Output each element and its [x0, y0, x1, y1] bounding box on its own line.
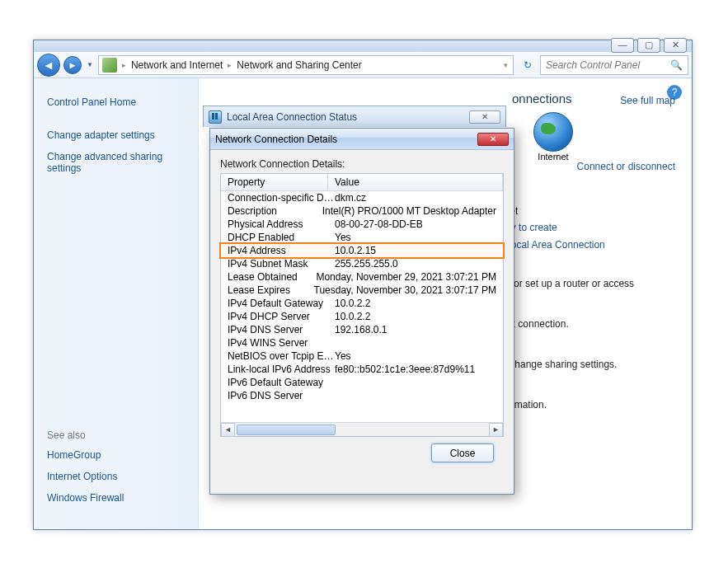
refresh-button[interactable]: ↻ — [519, 56, 537, 74]
breadcrumb-item[interactable]: Network and Internet — [128, 59, 226, 71]
maximize-button[interactable] — [637, 38, 660, 53]
property-name: IPv4 WINS Server — [228, 337, 335, 349]
search-input[interactable] — [546, 59, 670, 71]
change-adapter-link[interactable]: Change adapter settings — [47, 124, 198, 146]
property-row[interactable]: IPv6 Default Gateway — [221, 376, 503, 389]
property-row[interactable]: IPv4 Subnet Mask255.255.255.0 — [221, 257, 503, 270]
internet-options-link[interactable]: Internet Options — [47, 466, 198, 487]
property-row[interactable]: Connection-specific DN...dkm.cz — [221, 191, 503, 204]
details-dialog: Network Connection Details ✕ Network Con… — [209, 128, 514, 495]
property-row[interactable]: DHCP EnabledYes — [221, 231, 503, 244]
horizontal-scrollbar[interactable]: ◄ ► — [221, 422, 503, 436]
property-row[interactable]: IPv6 DNS Server — [221, 389, 503, 402]
property-value: Yes — [335, 350, 496, 362]
homegroup-link[interactable]: HomeGroup — [47, 444, 198, 466]
property-row[interactable]: IPv4 WINS Server — [221, 336, 503, 350]
property-name: IPv4 DNS Server — [228, 324, 335, 335]
search-icon[interactable]: 🔍 — [670, 59, 683, 71]
close-window-button[interactable] — [664, 38, 687, 53]
property-name: DHCP Enabled — [228, 232, 335, 243]
property-value: 10.0.2.2 — [335, 311, 496, 322]
scroll-track[interactable] — [235, 423, 489, 436]
nav-history-dropdown[interactable]: ▼ — [85, 61, 95, 68]
chevron-right-icon: ▸ — [226, 61, 233, 69]
property-name: IPv6 Default Gateway — [228, 377, 335, 388]
property-name: Connection-specific DN... — [228, 192, 335, 204]
property-grid-header: Property Value — [221, 174, 503, 191]
forward-button[interactable]: ► — [63, 56, 82, 74]
property-value: fe80::b502:1c1e:3eee:87d9%11 — [335, 364, 496, 375]
property-row[interactable]: IPv4 DHCP Server10.0.2.2 — [221, 310, 503, 323]
control-panel-icon — [102, 58, 117, 73]
column-header-value[interactable]: Value — [328, 174, 503, 190]
property-value: dkm.cz — [335, 192, 496, 204]
property-name: Physical Address — [228, 218, 335, 230]
property-value — [335, 337, 496, 349]
minimize-button[interactable] — [611, 38, 634, 53]
property-value: Yes — [335, 232, 496, 243]
details-dialog-title: Network Connection Details — [215, 134, 477, 145]
property-row[interactable]: Physical Address08-00-27-08-DD-EB — [221, 218, 503, 231]
search-box[interactable]: 🔍 — [540, 55, 688, 75]
change-advanced-sharing-link[interactable]: Change advanced sharing settings — [47, 146, 198, 179]
property-value: 10.0.2.15 — [335, 245, 496, 256]
details-label: Network Connection Details: — [220, 158, 504, 170]
property-value — [335, 390, 496, 401]
property-name: Link-local IPv6 Address — [228, 364, 335, 375]
windows-firewall-link[interactable]: Windows Firewall — [47, 487, 198, 509]
back-button[interactable]: ◄ — [37, 54, 60, 77]
control-panel-home-link[interactable]: Control Panel Home — [47, 91, 198, 113]
property-value — [335, 377, 496, 388]
property-row[interactable]: IPv4 DNS Server192.168.0.1 — [221, 323, 503, 336]
property-value: 192.168.0.1 — [335, 324, 496, 335]
see-also-heading: See also — [47, 426, 198, 444]
property-name: Lease Expires — [228, 284, 314, 296]
status-dialog-close-button[interactable]: ✕ — [469, 110, 500, 124]
property-name: NetBIOS over Tcpip En... — [228, 350, 335, 362]
connect-disconnect-link[interactable]: Connect or disconnect — [577, 161, 675, 172]
details-dialog-close-x[interactable]: ✕ — [477, 133, 509, 146]
close-button[interactable]: Close — [431, 443, 494, 462]
property-name: Lease Obtained — [228, 271, 316, 283]
status-dialog-titlebar: Local Area Connection Status ✕ — [203, 106, 506, 127]
property-value: Intel(R) PRO/1000 MT Desktop Adapter — [322, 205, 496, 217]
property-name: IPv4 Default Gateway — [228, 298, 335, 309]
breadcrumb-dropdown-icon[interactable]: ▾ — [502, 61, 510, 69]
property-grid: Property Value Connection-specific DN...… — [220, 173, 504, 437]
connection-icon — [209, 110, 222, 124]
titlebar — [34, 40, 692, 52]
property-name: Description — [228, 205, 322, 217]
navbar: ◄ ► ▼ ▸ Network and Internet ▸ Network a… — [34, 52, 692, 78]
breadcrumb-item[interactable]: Network and Sharing Center — [233, 59, 364, 71]
property-row[interactable]: IPv4 Address10.0.2.15 — [221, 244, 503, 257]
internet-label: Internet — [533, 152, 573, 162]
property-value: Tuesday, November 30, 2021 3:07:17 PM — [314, 284, 496, 296]
internet-globe-icon — [533, 112, 573, 152]
status-dialog-title: Local Area Connection Status — [227, 111, 469, 123]
property-name: IPv6 DNS Server — [228, 390, 335, 401]
property-row[interactable]: NetBIOS over Tcpip En...Yes — [221, 350, 503, 363]
property-row[interactable]: Lease ExpiresTuesday, November 30, 2021 … — [221, 284, 503, 297]
property-row[interactable]: DescriptionIntel(R) PRO/1000 MT Desktop … — [221, 204, 503, 218]
property-name: IPv4 DHCP Server — [228, 311, 335, 322]
property-value: 10.0.2.2 — [335, 298, 496, 309]
property-value: 08-00-27-08-DD-EB — [335, 218, 496, 230]
property-value: 255.255.255.0 — [335, 258, 496, 270]
property-name: IPv4 Subnet Mask — [228, 258, 335, 270]
property-row[interactable]: Link-local IPv6 Addressfe80::b502:1c1e:3… — [221, 363, 503, 376]
chevron-right-icon: ▸ — [120, 61, 128, 69]
breadcrumb[interactable]: ▸ Network and Internet ▸ Network and Sha… — [98, 55, 514, 75]
scroll-left-button[interactable]: ◄ — [221, 423, 235, 437]
sidebar: Control Panel Home Change adapter settin… — [34, 78, 199, 529]
scroll-thumb[interactable] — [237, 425, 336, 435]
local-area-connection-link[interactable]: Local Area Connection — [505, 239, 605, 251]
scroll-right-button[interactable]: ► — [489, 423, 503, 437]
property-name: IPv4 Address — [228, 245, 335, 256]
column-header-property[interactable]: Property — [221, 174, 328, 190]
property-row[interactable]: IPv4 Default Gateway10.0.2.2 — [221, 297, 503, 310]
see-full-map-link[interactable]: See full map — [620, 95, 675, 106]
property-row[interactable]: Lease ObtainedMonday, November 29, 2021 … — [221, 270, 503, 284]
details-dialog-titlebar: Network Connection Details ✕ — [210, 129, 514, 150]
property-value: Monday, November 29, 2021 3:07:21 PM — [316, 271, 496, 283]
